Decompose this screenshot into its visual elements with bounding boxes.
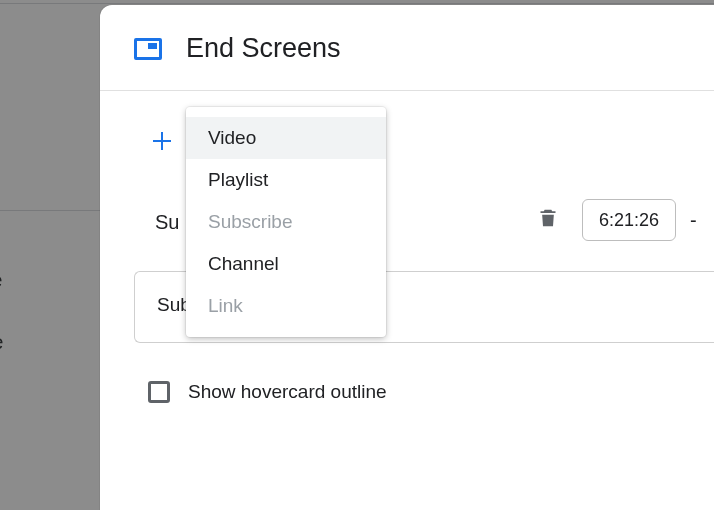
delete-element-button[interactable] — [538, 206, 562, 234]
hovercard-outline-checkbox[interactable] — [148, 381, 170, 403]
menu-item-channel[interactable]: Channel — [186, 243, 386, 285]
modal-body: Su 6:21:26 - Subscribe: Misfit Hustler S… — [100, 91, 714, 115]
start-time-input[interactable]: 6:21:26 — [582, 199, 676, 241]
add-element-button[interactable] — [150, 129, 174, 153]
element-type-label: Su — [155, 211, 179, 234]
add-element-menu: Video Playlist Subscribe Channel Link — [186, 107, 386, 337]
menu-item-link: Link — [186, 285, 386, 327]
modal-header: End Screens — [100, 5, 714, 91]
start-time-value: 6:21:26 — [599, 210, 659, 231]
hovercard-outline-row[interactable]: Show hovercard outline — [148, 381, 387, 403]
plus-icon — [150, 129, 174, 153]
modal-title: End Screens — [186, 33, 341, 64]
menu-item-playlist[interactable]: Playlist — [186, 159, 386, 201]
time-range-dash: - — [690, 209, 697, 232]
end-screen-icon — [134, 38, 162, 60]
trash-icon — [538, 206, 558, 230]
menu-item-subscribe: Subscribe — [186, 201, 386, 243]
hovercard-outline-label: Show hovercard outline — [188, 381, 387, 403]
end-screens-modal: End Screens Su 6:21:26 - Subscribe: Misf… — [100, 5, 714, 510]
menu-item-video[interactable]: Video — [186, 117, 386, 159]
